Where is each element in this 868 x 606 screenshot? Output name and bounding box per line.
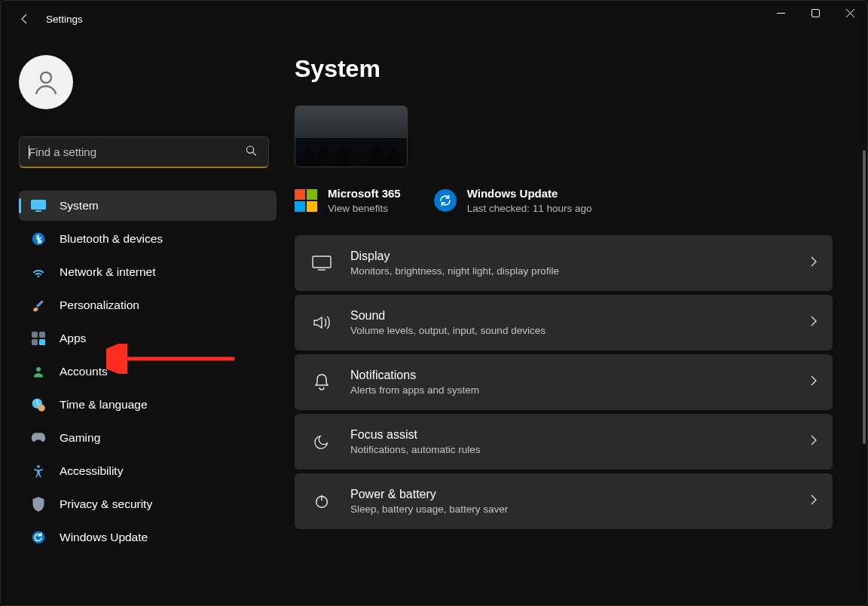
account-row[interactable]: [19, 55, 277, 109]
card-power-battery[interactable]: Power & battery Sleep, battery usage, ba…: [295, 473, 833, 529]
sidebar-item-label: System: [60, 199, 99, 213]
card-title: Power & battery: [350, 488, 810, 501]
accessibility-icon: [31, 464, 46, 479]
minimize-button[interactable]: [763, 1, 798, 25]
close-icon: [846, 9, 854, 17]
sound-icon: [311, 312, 332, 333]
monitor-icon: [31, 198, 46, 213]
back-button[interactable]: [10, 4, 40, 34]
sidebar-item-privacy[interactable]: Privacy & security: [19, 489, 277, 519]
window-buttons: [763, 1, 867, 25]
card-desc: Volume levels, output, input, sound devi…: [350, 325, 810, 336]
svg-rect-19: [313, 256, 331, 268]
sidebar-item-gaming[interactable]: Gaming: [19, 423, 277, 453]
close-button[interactable]: [833, 1, 867, 25]
clock-globe-icon: [31, 397, 46, 412]
svg-point-5: [246, 145, 253, 152]
wifi-icon: [31, 265, 46, 280]
sidebar-item-label: Apps: [60, 332, 86, 345]
card-title: Focus assist: [350, 428, 810, 442]
sidebar-item-bluetooth[interactable]: Bluetooth & devices: [19, 224, 277, 254]
gamepad-icon: [31, 430, 46, 445]
device-preview[interactable]: [295, 106, 408, 167]
service-subtitle: View benefits: [328, 203, 401, 214]
sidebar-item-time-language[interactable]: Time & language: [19, 390, 277, 420]
avatar: [19, 55, 73, 109]
service-subtitle: Last checked: 11 hours ago: [467, 203, 592, 214]
sidebar-item-label: Privacy & security: [60, 497, 152, 511]
sidebar-item-apps[interactable]: Apps: [19, 323, 277, 354]
chevron-right-icon: [810, 375, 818, 390]
svg-point-18: [32, 531, 45, 544]
card-display[interactable]: Display Monitors, brightness, night ligh…: [295, 235, 833, 291]
update-icon: [31, 530, 46, 545]
maximize-button[interactable]: [798, 1, 833, 25]
search-caret: [29, 145, 29, 159]
bell-icon: [311, 372, 332, 393]
chevron-right-icon: [810, 315, 818, 330]
page-title: System: [295, 55, 852, 83]
svg-rect-12: [32, 339, 38, 345]
brush-icon: [31, 298, 46, 313]
wallpaper-thumb: [295, 138, 407, 167]
svg-point-14: [36, 367, 41, 372]
search-input[interactable]: [29, 145, 235, 158]
app-name: Settings: [46, 14, 83, 25]
sidebar-item-label: Accessibility: [60, 464, 123, 478]
maximize-icon: [811, 9, 820, 17]
service-tiles: Microsoft 365 View benefits Windows Upda…: [295, 187, 852, 214]
moon-icon: [311, 431, 332, 452]
sidebar-item-system[interactable]: System: [19, 191, 277, 221]
svg-rect-11: [39, 332, 45, 338]
main-content: System Microsoft 365 View benefits Windo…: [295, 37, 867, 605]
search-box[interactable]: [19, 136, 269, 168]
minimize-icon: [777, 9, 785, 17]
svg-line-6: [253, 152, 256, 155]
nav-list: System Bluetooth & devices Network & int…: [19, 191, 277, 552]
sidebar-item-label: Network & internet: [60, 265, 156, 279]
sidebar-item-windows-update[interactable]: Windows Update: [19, 522, 277, 552]
titlebar: Settings: [1, 1, 867, 37]
svg-rect-10: [32, 332, 38, 338]
card-title: Sound: [350, 309, 810, 323]
sidebar-item-label: Accounts: [60, 365, 108, 378]
sidebar-item-label: Personalization: [60, 298, 139, 312]
power-icon: [311, 491, 332, 512]
svg-point-4: [41, 72, 51, 83]
sidebar-item-personalization[interactable]: Personalization: [19, 290, 277, 320]
svg-point-17: [37, 465, 40, 468]
chevron-right-icon: [810, 434, 818, 449]
apps-icon: [31, 331, 46, 346]
svg-rect-8: [35, 210, 41, 212]
sidebar-item-label: Gaming: [60, 431, 100, 445]
person-outline-icon: [30, 66, 62, 98]
service-windows-update[interactable]: Windows Update Last checked: 11 hours ag…: [434, 187, 592, 214]
card-sound[interactable]: Sound Volume levels, output, input, soun…: [295, 295, 833, 350]
svg-rect-1: [811, 9, 819, 17]
back-arrow-icon: [19, 13, 31, 25]
sidebar-item-network[interactable]: Network & internet: [19, 257, 277, 287]
card-desc: Sleep, battery usage, battery saver: [350, 503, 810, 515]
sidebar-item-label: Windows Update: [60, 531, 148, 544]
microsoft-logo-icon: [295, 189, 317, 212]
sidebar-item-label: Time & language: [60, 398, 148, 412]
svg-rect-13: [39, 339, 45, 345]
bluetooth-icon: [31, 231, 46, 246]
svg-point-16: [38, 405, 45, 412]
card-notifications[interactable]: Notifications Alerts from apps and syste…: [295, 354, 833, 410]
service-title: Windows Update: [467, 187, 592, 200]
scrollbar[interactable]: [863, 150, 866, 444]
display-icon: [311, 252, 332, 274]
card-title: Notifications: [350, 369, 810, 382]
search-icon: [245, 144, 258, 160]
sidebar-item-accounts[interactable]: Accounts: [19, 357, 277, 387]
person-icon: [31, 364, 46, 379]
sidebar-item-accessibility[interactable]: Accessibility: [19, 456, 277, 486]
chevron-right-icon: [810, 494, 818, 509]
service-microsoft365[interactable]: Microsoft 365 View benefits: [295, 187, 401, 214]
chevron-right-icon: [810, 256, 818, 271]
settings-cards: Display Monitors, brightness, night ligh…: [295, 235, 833, 529]
card-focus-assist[interactable]: Focus assist Notifications, automatic ru…: [295, 414, 833, 470]
windows-update-icon: [434, 189, 457, 212]
sidebar: System Bluetooth & devices Network & int…: [1, 37, 295, 605]
